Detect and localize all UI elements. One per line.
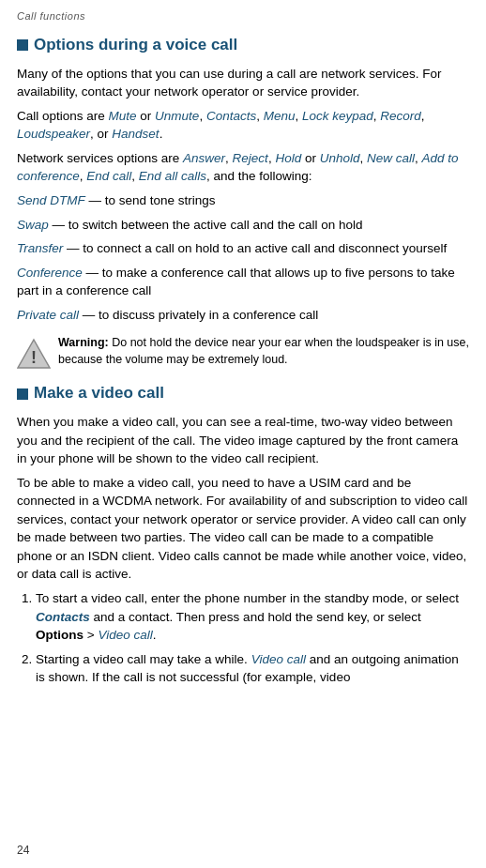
heading-square-icon: [17, 39, 28, 51]
voice-call-heading: Options during a voice call: [17, 34, 469, 57]
video-steps-list: To start a video call, enter the phone n…: [17, 589, 469, 687]
term-swap: Swap: [17, 218, 49, 232]
video-intro-p1: When you make a video call, you can see …: [17, 413, 469, 468]
link-contacts: Contacts: [206, 109, 256, 123]
warning-text-content: Warning: Do not hold the device near you…: [58, 335, 469, 368]
link-handset: Handset: [112, 127, 159, 141]
link-end-all-calls: End all calls: [139, 169, 206, 183]
link-loudspeaker: Loudspeaker: [17, 127, 90, 141]
video-call-heading: Make a video call: [17, 382, 469, 405]
link-video-call-step1: Video call: [98, 628, 152, 642]
page-number: 24: [17, 843, 29, 859]
section-voice-call: Options during a voice call Many of the …: [17, 34, 469, 373]
link-unmute: Unmute: [155, 109, 199, 123]
link-unhold: Unhold: [320, 151, 360, 165]
term-transfer: Transfer: [17, 241, 63, 255]
voice-call-heading-text: Options during a voice call: [34, 34, 237, 57]
link-reject: Reject: [233, 151, 268, 165]
term-private-call: Private call: [17, 308, 79, 322]
link-mute: Mute: [109, 109, 137, 123]
page-header: Call functions: [17, 9, 469, 24]
video-intro-p2: To be able to make a video call, you nee…: [17, 474, 469, 584]
page-wrapper: Call functions Options during a voice ca…: [0, 0, 486, 711]
header-label: Call functions: [17, 10, 85, 22]
link-end-call: End call: [86, 169, 131, 183]
network-services-p3: Network services options are Answer, Rej…: [17, 149, 469, 186]
heading-square-icon-2: [17, 388, 28, 400]
term-send-dtmf: Send DTMF: [17, 193, 85, 207]
video-call-heading-text: Make a video call: [34, 382, 164, 405]
voice-call-options-p2: Call options are Mute or Unmute, Contact…: [17, 107, 469, 144]
item-private-call: Private call — to discuss privately in a…: [17, 306, 469, 325]
item-conference: Conference — to make a conference call t…: [17, 264, 469, 300]
video-step-1: To start a video call, enter the phone n…: [36, 589, 469, 645]
link-menu: Menu: [264, 109, 296, 123]
item-swap: Swap — to switch between the active call…: [17, 216, 469, 235]
link-video-call-step2: Video call: [251, 652, 306, 666]
link-new-call: New call: [367, 151, 415, 165]
item-transfer: Transfer — to connect a call on hold to …: [17, 239, 469, 258]
item-send-dtmf: Send DTMF — to send tone strings: [17, 191, 469, 210]
svg-text:!: !: [31, 348, 37, 367]
section-video-call: Make a video call When you make a video …: [17, 382, 469, 687]
link-answer: Answer: [183, 151, 225, 165]
voice-intro-p1: Many of the options that you can use dur…: [17, 65, 469, 101]
link-options-step1: Options: [36, 628, 84, 642]
warning-box: ! Warning: Do not hold the device near y…: [17, 333, 469, 373]
term-conference: Conference: [17, 266, 83, 280]
link-lock-keypad: Lock keypad: [302, 109, 373, 123]
link-record: Record: [380, 109, 421, 123]
video-step-2: Starting a video call may take a while. …: [36, 650, 469, 687]
warning-label: Warning:: [58, 336, 109, 349]
link-hold: Hold: [275, 151, 301, 165]
warning-icon: !: [17, 337, 51, 371]
link-contacts-step1: Contacts: [36, 610, 90, 624]
